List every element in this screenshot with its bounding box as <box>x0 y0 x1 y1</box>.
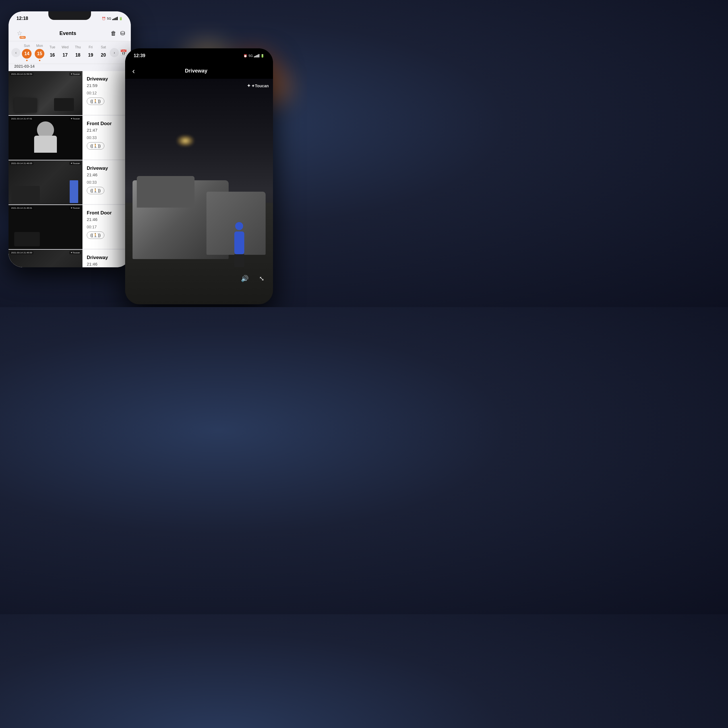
event-thumb-3: 2021-03-14 21:46:05 ✦Toucan <box>9 161 83 205</box>
date-item-mon15[interactable]: Mon 15 <box>35 44 44 61</box>
carrier-label-1: 5G <box>107 17 111 20</box>
signal-bar-2-2 <box>255 56 256 57</box>
status-icons-2: ⏰ 5G 🔋 <box>243 54 265 58</box>
date-num-14: 14 <box>22 49 32 58</box>
motion-badge-1: ((🚶)) <box>87 98 104 105</box>
event-info-3: Driveway 21:46 00:33 ((🚶)) <box>83 161 131 204</box>
signal-bar-3 <box>115 18 115 20</box>
date-items: Sun 14 Mon 15 Tue 16 Wed 17 <box>20 44 110 61</box>
day-label-sat: Sat <box>101 45 106 49</box>
date-stamp-5: 2021-03-14 21:46:00 <box>10 251 33 254</box>
event-camera-1: Driveway <box>87 76 127 82</box>
filter-button[interactable]: ⛁ <box>120 30 125 37</box>
video-frame: ✦ ✦Toucan 🔊 ⤡ <box>125 79 273 304</box>
fullscreen-icon: ⤡ <box>259 275 264 282</box>
motion-icon-3: ((🚶)) <box>90 188 101 193</box>
event-info-4: Front Door 21:46 00:17 ((🚶)) <box>83 205 131 249</box>
nav-icons-1: 🗑 ⛁ <box>111 30 125 37</box>
alarm-icon: ⏰ <box>102 17 106 20</box>
day-label-tue: Tue <box>49 45 55 49</box>
date-item-thu18[interactable]: Thu 18 <box>73 45 83 60</box>
date-strip: ‹ Sun 14 Mon 15 Tue 16 <box>9 41 131 64</box>
date-item-fri19[interactable]: Fri 19 <box>86 45 96 60</box>
event-duration-2: 00:33 <box>87 135 127 140</box>
date-item-wed17[interactable]: Wed 17 <box>60 45 70 60</box>
toucan-badge-2: ✦Toucan <box>69 117 81 120</box>
back-button[interactable]: ‹ <box>132 67 135 76</box>
event-info-2: Front Door 21:47 00:33 ((🚶)) <box>83 116 131 159</box>
video-controls: 🔊 ⤡ <box>125 270 273 287</box>
headlight-glow <box>177 135 194 147</box>
motion-icon-1: ((🚶)) <box>90 99 101 104</box>
date-next-button[interactable]: › <box>110 48 119 57</box>
notch-2 <box>176 48 222 57</box>
toucan-badge-3: ✦Toucan <box>69 162 81 165</box>
day-label-sun: Sun <box>24 44 30 48</box>
day-label-fri: Fri <box>89 45 93 49</box>
signal-bar-2-5 <box>258 54 259 57</box>
video-title: Driveway <box>185 68 207 74</box>
event-item-3[interactable]: 2021-03-14 21:46:05 ✦Toucan Driveway 21:… <box>9 161 131 205</box>
date-num-15: 15 <box>35 49 44 58</box>
toucan-icon: ✦ <box>247 83 251 89</box>
event-time-4: 21:46 <box>87 217 127 222</box>
date-dot-15 <box>39 60 40 61</box>
date-stamp-2: 2021-03-14 21:47:01 <box>10 117 33 120</box>
event-item-4[interactable]: 2021-03-14 21:46:01 ✦Toucan Front Door 2… <box>9 205 131 249</box>
motion-icon-2: ((🚶)) <box>90 144 101 148</box>
fullscreen-button[interactable]: ⤡ <box>256 273 267 284</box>
event-duration-3: 00:33 <box>87 180 127 185</box>
motion-badge-3: ((🚶)) <box>87 187 104 194</box>
signal-bars-1 <box>112 17 118 20</box>
day-label-thu: Thu <box>75 45 81 49</box>
volume-icon: 🔊 <box>241 275 249 282</box>
event-camera-2: Front Door <box>87 121 127 127</box>
toucan-watermark: ✦ ✦Toucan <box>247 83 269 89</box>
event-camera-4: Front Door <box>87 210 127 216</box>
event-item-2[interactable]: 2021-03-14 21:47:01 ✦Toucan Front Door 2… <box>9 116 131 160</box>
notch-1 <box>48 11 91 20</box>
day-label-wed: Wed <box>62 45 69 49</box>
events-title: Events <box>60 31 76 37</box>
event-time-1: 21:59 <box>87 83 127 88</box>
date-num-17: 17 <box>60 50 70 60</box>
toucan-badge-5: ✦Toucan <box>69 251 81 254</box>
event-duration-4: 00:17 <box>87 225 127 229</box>
phone-2-video: 12:39 ⏰ 5G 🔋 ‹ Driveway <box>125 48 273 304</box>
event-info-1: Driveway 21:59 00:12 ((🚶)) <box>83 71 131 115</box>
toucan-badge-1: ✦Toucan <box>69 72 81 76</box>
day-label-mon: Mon <box>37 44 43 48</box>
volume-button[interactable]: 🔊 <box>239 273 250 284</box>
phone-1-events: 12:18 ⏰ 5G 🔋 ☆ PRO Events <box>9 11 131 267</box>
date-num-19: 19 <box>86 50 96 60</box>
nav-bar-1: ☆ PRO Events 🗑 ⛁ <box>9 26 131 41</box>
date-num-16: 16 <box>47 50 57 60</box>
event-time-2: 21:47 <box>87 128 127 133</box>
signal-bar-2 <box>113 18 114 20</box>
pro-star-button[interactable]: ☆ PRO <box>14 28 25 39</box>
event-time-5: 21:46 <box>87 262 127 266</box>
person-head <box>235 222 243 230</box>
date-item-sat20[interactable]: Sat 20 <box>98 45 108 60</box>
event-thumb-1: 2021-03-14 21:59:59 ✦Toucan <box>9 71 83 115</box>
toucan-label: ✦Toucan <box>251 84 269 88</box>
date-item-tue16[interactable]: Tue 16 <box>47 45 57 60</box>
event-thumb-2: 2021-03-14 21:47:01 ✦Toucan <box>9 116 83 160</box>
motion-badge-2: ((🚶)) <box>87 142 104 150</box>
date-stamp-3: 2021-03-14 21:46:05 <box>10 162 33 165</box>
date-dot-14 <box>26 60 28 61</box>
event-camera-5: Driveway <box>87 255 127 260</box>
signal-bar-2-4 <box>257 55 258 57</box>
status-icons-1: ⏰ 5G 🔋 <box>102 17 123 20</box>
delete-button[interactable]: 🗑 <box>111 30 116 37</box>
battery-icon-2: 🔋 <box>260 54 265 58</box>
signal-bar-4 <box>116 17 116 20</box>
event-item-5[interactable]: 2021-03-14 21:46:00 ✦Toucan Driveway 21:… <box>9 250 131 267</box>
date-item-sun14[interactable]: Sun 14 <box>22 44 32 61</box>
event-duration-1: 00:12 <box>87 91 127 95</box>
video-area[interactable]: ✦ ✦Toucan 🔊 ⤡ <box>125 79 273 304</box>
event-item-1[interactable]: 2021-03-14 21:59:59 ✦Toucan Driveway 21:… <box>9 71 131 115</box>
date-prev-button[interactable]: ‹ <box>11 48 20 57</box>
signal-bar-2-1 <box>254 56 255 57</box>
nav-bar-2: ‹ Driveway <box>125 63 273 79</box>
